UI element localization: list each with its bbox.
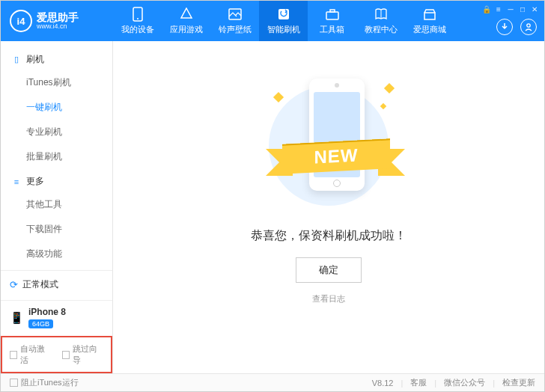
refresh-icon: ⟳ [10,279,18,290]
skip-guide-checkbox[interactable]: 跳过向导 [62,343,104,366]
chk-label: 阻止iTunes运行 [21,377,79,388]
main-tabs: 我的设备 应用游戏 铃声壁纸 智能刷机 工具箱 教程中心 爱思商城 [113,1,454,41]
menu-icon[interactable]: ≡ [493,4,504,14]
chk-label: 跳过向导 [73,343,103,366]
ribbon-text: NEW [282,138,390,174]
sidebar-item-batch-flash[interactable]: 批量刷机 [1,144,112,169]
sidebar-item-oneclick-flash[interactable]: 一键刷机 [1,95,112,120]
sidebar-item-itunes-flash[interactable]: iTunes刷机 [1,70,112,95]
ok-button[interactable]: 确定 [296,257,362,283]
tab-flash[interactable]: 智能刷机 [259,1,308,41]
sidebar-item-other-tools[interactable]: 其他工具 [1,192,112,217]
more-icon: ≡ [11,177,22,186]
download-button[interactable] [496,19,513,35]
book-icon [374,7,389,22]
version-label: V8.12 [372,379,394,388]
device-storage: 64GB [28,319,53,328]
svg-rect-4 [326,12,338,19]
phone-icon [130,7,145,22]
tab-tutorials[interactable]: 教程中心 [356,1,405,41]
tab-label: 教程中心 [365,24,398,35]
tab-label: 铃声壁纸 [219,24,252,35]
store-icon [422,7,437,22]
tab-label: 工具箱 [320,24,344,35]
status-bar: 阻止iTunes运行 V8.12 | 客服 | 微信公众号 | 检查更新 [1,373,544,391]
tab-apps[interactable]: 应用游戏 [162,1,210,41]
svg-rect-5 [330,10,335,12]
user-button[interactable] [520,19,537,35]
svg-rect-7 [424,13,435,19]
sidebar: ▯刷机 iTunes刷机 一键刷机 专业刷机 批量刷机 ≡更多 其他工具 下载固… [1,41,113,373]
success-illustration: NEW [254,79,404,213]
sidebar-item-advanced[interactable]: 高级功能 [1,242,112,266]
logo-mark: i4 [10,10,32,32]
success-message: 恭喜您，保资料刷机成功啦！ [251,228,407,244]
tab-label: 我的设备 [121,24,154,35]
sidebar-item-download-firmware[interactable]: 下载固件 [1,217,112,242]
main-content: NEW 恭喜您，保资料刷机成功啦！ 确定 查看日志 [113,41,544,373]
logo: i4 爱思助手 www.i4.cn [1,10,113,32]
wechat-link[interactable]: 微信公众号 [444,377,485,388]
device-name: iPhone 8 [28,307,66,317]
support-link[interactable]: 客服 [410,377,427,388]
sidebar-group-flash: ▯刷机 [1,47,112,70]
device-icon: ▯ [11,55,22,64]
logo-url: www.i4.cn [37,22,79,31]
view-log-link[interactable]: 查看日志 [312,293,345,304]
svg-rect-3 [278,9,289,19]
tab-label: 应用游戏 [170,24,203,35]
block-itunes-checkbox[interactable]: 阻止iTunes运行 [10,377,79,388]
close-icon[interactable]: ✕ [529,4,540,14]
phone-icon: 📱 [10,311,24,325]
sidebar-options: 自动激活 跳过向导 [1,336,112,373]
sidebar-mode[interactable]: ⟳正常模式 [1,270,112,300]
title-bar: i4 爱思助手 www.i4.cn 我的设备 应用游戏 铃声壁纸 智能刷机 工具… [1,1,544,41]
chk-label: 自动激活 [20,343,51,366]
mode-label: 正常模式 [22,278,58,291]
minimize-icon[interactable]: ─ [505,4,516,14]
sidebar-device[interactable]: 📱 iPhone 8 64GB [1,300,112,336]
flash-icon [276,7,291,22]
wallpaper-icon [228,7,243,22]
group-label: 更多 [26,175,44,188]
tab-label: 爱思商城 [413,24,446,35]
group-label: 刷机 [26,53,44,66]
update-link[interactable]: 检查更新 [502,377,535,388]
toolbox-icon [325,7,340,22]
apps-icon [179,7,194,22]
tab-label: 智能刷机 [267,24,300,35]
tab-toolbox[interactable]: 工具箱 [308,1,356,41]
svg-point-8 [527,24,530,27]
lock-icon[interactable]: 🔒 [481,4,492,14]
auto-activate-checkbox[interactable]: 自动激活 [10,343,52,366]
sidebar-item-pro-flash[interactable]: 专业刷机 [1,120,112,144]
sidebar-group-more: ≡更多 [1,169,112,192]
svg-point-1 [137,18,138,19]
logo-title: 爱思助手 [37,12,79,22]
tab-ringtones[interactable]: 铃声壁纸 [210,1,259,41]
tab-my-device[interactable]: 我的设备 [113,1,162,41]
maximize-icon[interactable]: □ [517,4,528,14]
tab-store[interactable]: 爱思商城 [405,1,454,41]
